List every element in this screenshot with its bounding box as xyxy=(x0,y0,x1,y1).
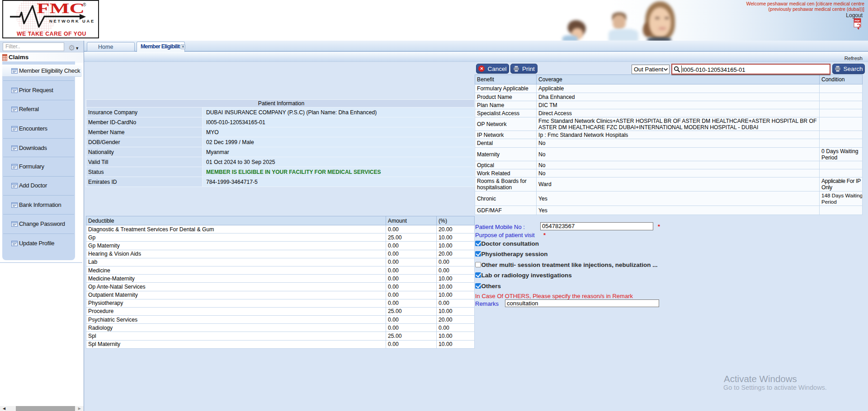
svg-text:®: ® xyxy=(83,2,86,7)
svg-text:PDF: PDF xyxy=(855,19,860,22)
svg-text:FMC: FMC xyxy=(37,1,85,17)
svg-text:WE TAKE CARE OF YOU: WE TAKE CARE OF YOU xyxy=(17,31,86,37)
svg-text:NETWORK UAE: NETWORK UAE xyxy=(49,19,95,23)
